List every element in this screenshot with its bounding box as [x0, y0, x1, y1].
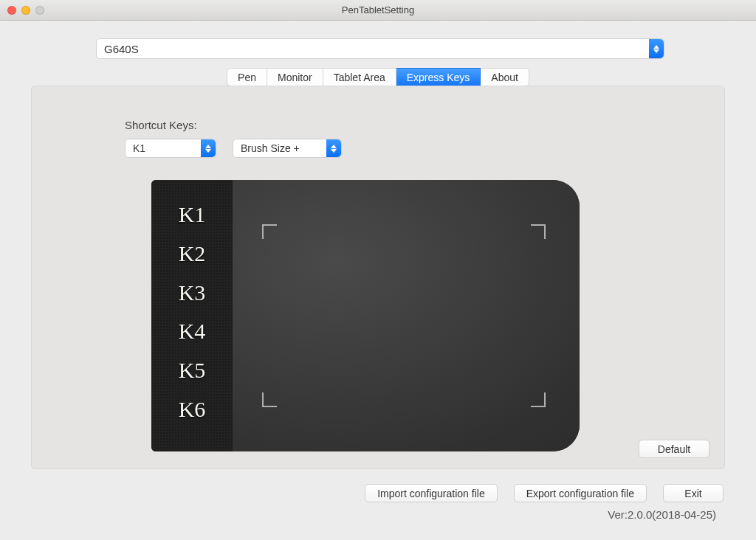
shortcut-key-value: K1: [133, 142, 145, 154]
window-controls: [7, 6, 44, 15]
corner-marker-icon: [262, 392, 277, 407]
tablet-key-k2: K2: [151, 241, 233, 266]
express-keys-panel: Shortcut Keys: K1 Brush Size + K1: [31, 86, 725, 469]
tablet-key-k6: K6: [151, 397, 233, 422]
default-button[interactable]: Default: [639, 440, 709, 458]
corner-marker-icon: [262, 224, 277, 239]
shortcut-function-value: Brush Size +: [241, 142, 300, 154]
tab-express-keys[interactable]: Express Keys: [396, 68, 481, 86]
chevron-up-down-icon: [201, 139, 216, 157]
device-select[interactable]: G640S: [96, 38, 664, 59]
tablet-active-area: [233, 180, 580, 451]
exit-button[interactable]: Exit: [663, 484, 724, 502]
maximize-icon: [35, 6, 44, 15]
version-label: Ver:2.0.0(2018-04-25): [31, 502, 725, 521]
close-icon[interactable]: [7, 6, 16, 15]
minimize-icon[interactable]: [21, 6, 30, 15]
tab-pen[interactable]: Pen: [227, 68, 267, 86]
tablet-key-k1: K1: [151, 202, 233, 227]
tab-tablet-area[interactable]: Tablet Area: [323, 68, 396, 86]
bottom-button-row: Import configuration file Export configu…: [31, 469, 725, 502]
tablet-key-k3: K3: [151, 280, 233, 305]
titlebar: PenTabletSetting: [0, 0, 756, 21]
tab-about[interactable]: About: [481, 68, 529, 86]
shortcut-keys-row: K1 Brush Size +: [125, 139, 709, 158]
chevron-up-down-icon: [649, 39, 664, 58]
shortcut-key-select[interactable]: K1: [125, 139, 216, 158]
device-select-value: G640S: [104, 43, 139, 55]
tab-bar: Pen Monitor Tablet Area Express Keys Abo…: [31, 68, 725, 86]
tablet-illustration: K1 K2 K3 K4 K5 K6: [151, 180, 580, 451]
corner-marker-icon: [531, 224, 546, 239]
shortcut-function-select[interactable]: Brush Size +: [233, 139, 342, 158]
shortcut-keys-label: Shortcut Keys:: [125, 119, 709, 131]
export-config-button[interactable]: Export configuration file: [514, 484, 647, 502]
corner-marker-icon: [531, 392, 546, 407]
chevron-up-down-icon: [326, 139, 341, 157]
tablet-key-strip: K1 K2 K3 K4 K5 K6: [151, 180, 233, 451]
tablet-key-k5: K5: [151, 358, 233, 383]
tab-monitor[interactable]: Monitor: [267, 68, 323, 86]
window-title: PenTabletSetting: [0, 4, 756, 15]
tablet-key-k4: K4: [151, 319, 233, 344]
import-config-button[interactable]: Import configuration file: [365, 484, 498, 502]
